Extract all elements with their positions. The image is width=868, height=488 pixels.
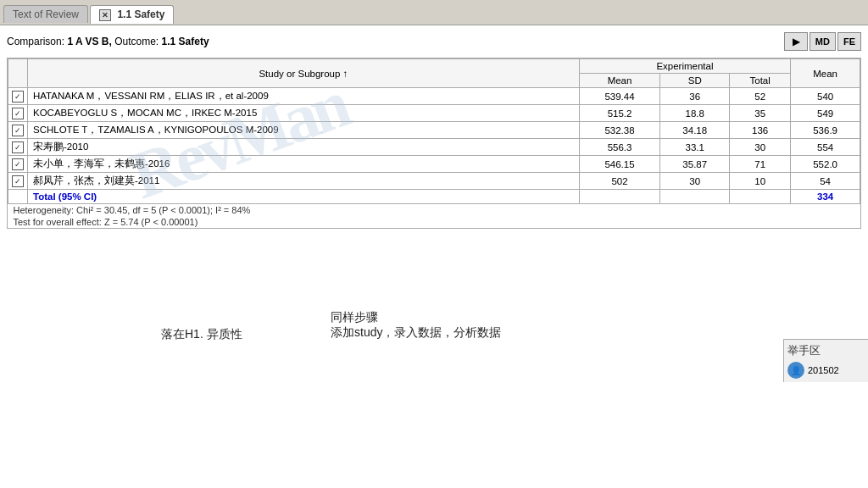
row-mean2-2: 536.9 <box>791 122 860 139</box>
row-mean2-4: 552.0 <box>791 156 860 173</box>
row-mean-3: 556.3 <box>579 139 660 156</box>
row-study-4: 未小单，李海军，未鹤惠-2016 <box>28 156 580 173</box>
export-button[interactable]: ▶ <box>784 32 808 51</box>
row-checkbox-1[interactable]: ✓ <box>8 105 28 122</box>
row-study-3: 宋寿鹏-2010 <box>28 139 580 156</box>
row-mean-0: 539.44 <box>579 88 660 105</box>
row-mean-1: 515.2 <box>579 105 660 122</box>
row-total-0: 52 <box>730 88 791 105</box>
user-code: 201502 <box>808 365 839 375</box>
sidebar-avatar: 👤 201502 <box>787 362 865 379</box>
comparison-title: Comparison: 1 A VS B, Outcome: 1.1 Safet… <box>7 36 209 47</box>
export-icon: ▶ <box>793 36 799 47</box>
col-experimental-header: Experimental <box>579 59 790 74</box>
row-study-2: SCHLOTE T，TZAMALIS A，KYNIGOPOULOS M-2009 <box>28 122 580 139</box>
col-checkbox-header <box>8 59 28 88</box>
tab-bar: Text of Review ✕ 1.1 Safety <box>0 0 868 25</box>
outcome-value: 1.1 Safety <box>162 36 209 47</box>
row-total-3: 30 <box>730 139 791 156</box>
row-study-5: 郝凤芹，张杰，刘建莫-2011 <box>28 173 580 190</box>
checkbox-icon-0: ✓ <box>12 91 24 103</box>
row-study-1: KOCABEYOGLU S，MOCAN MC，IRKEC M-2015 <box>28 105 580 122</box>
table-row: ✓ SCHLOTE T，TZAMALIS A，KYNIGOPOULOS M-20… <box>8 122 860 139</box>
table-row: ✓ 未小单，李海军，未鹤惠-2016 546.15 35.87 71 552.0 <box>8 156 860 173</box>
table-row: ✓ KOCABEYOGLU S，MOCAN MC，IRKEC M-2015 51… <box>8 105 860 122</box>
col-mean-right-header: Mean <box>791 59 860 88</box>
checkbox-icon-5: ✓ <box>12 175 24 187</box>
row-total-5: 10 <box>730 173 791 190</box>
tab-safety[interactable]: ✕ 1.1 Safety <box>90 5 174 24</box>
data-table-wrapper: Study or Subgroup ↑ Experimental Mean Me… <box>7 58 861 229</box>
table-row: ✓ HATANAKA M，VESSANI RM，ELIAS IR，et al-2… <box>8 88 860 105</box>
row-sd-2: 34.18 <box>660 122 730 139</box>
col-sd-header: SD <box>660 74 730 88</box>
row-mean-2: 532.38 <box>579 122 660 139</box>
total-label: Total (95% CI) <box>28 190 580 204</box>
col-study-header: Study or Subgroup ↑ <box>28 59 580 88</box>
content-area: Comparison: 1 A VS B, Outcome: 1.1 Safet… <box>0 25 868 488</box>
total-mean <box>579 190 660 204</box>
data-table: Study or Subgroup ↑ Experimental Mean Me… <box>8 58 860 228</box>
total-checkbox <box>8 190 28 204</box>
total-row: Total (95% CI) 334 <box>8 190 860 204</box>
fe-button[interactable]: FE <box>837 32 861 51</box>
comparison-header: Comparison: 1 A VS B, Outcome: 1.1 Safet… <box>7 32 861 51</box>
row-mean2-1: 549 <box>791 105 860 122</box>
total-total <box>730 190 791 204</box>
stats-row-0: Heterogeneity: Chi² = 30.45, df = 5 (P <… <box>8 204 860 217</box>
checkbox-icon-3: ✓ <box>12 141 24 153</box>
checkbox-icon-2: ✓ <box>12 125 24 136</box>
table-row: ✓ 郝凤芹，张杰，刘建莫-2011 502 30 10 54 <box>8 173 860 190</box>
checkbox-icon-1: ✓ <box>12 108 24 119</box>
tab-text-review-label: Text of Review <box>13 8 79 20</box>
row-sd-4: 35.87 <box>660 156 730 173</box>
comparison-value: 1 A VS B, <box>67 36 111 47</box>
tab-close-icon[interactable]: ✕ <box>99 9 111 21</box>
md-label: MD <box>815 36 830 47</box>
row-sd-5: 30 <box>660 173 730 190</box>
row-mean-4: 546.15 <box>579 156 660 173</box>
outcome-label: Outcome: <box>114 36 159 47</box>
sidebar-label: 举手区 <box>787 343 865 358</box>
avatar-icon: 👤 <box>787 362 804 379</box>
col-mean-header: Mean <box>579 74 660 88</box>
row-mean2-0: 540 <box>791 88 860 105</box>
row-sd-0: 36 <box>660 88 730 105</box>
stats-text-0: Heterogeneity: Chi² = 30.45, df = 5 (P <… <box>8 204 860 217</box>
row-mean2-5: 54 <box>791 173 860 190</box>
row-sd-3: 33.1 <box>660 139 730 156</box>
checkbox-icon-4: ✓ <box>12 158 24 170</box>
callout-steps: 同样步骤 添加study，录入数据，分析数据 <box>331 297 501 341</box>
row-mean-5: 502 <box>579 173 660 190</box>
row-total-1: 35 <box>730 105 791 122</box>
row-total-4: 71 <box>730 156 791 173</box>
callout-h1: 落在H1. 异质性 <box>161 313 242 342</box>
table-row: ✓ 宋寿鹏-2010 556.3 33.1 30 554 <box>8 139 860 156</box>
stats-text-1: Test for overall effect: Z = 5.74 (P < 0… <box>8 216 860 228</box>
row-checkbox-2[interactable]: ✓ <box>8 122 28 139</box>
fe-label: FE <box>843 36 855 47</box>
main-window: Text of Review ✕ 1.1 Safety Comparison: … <box>0 0 868 488</box>
row-mean2-3: 554 <box>791 139 860 156</box>
toolbar-buttons: ▶ MD FE <box>784 32 861 51</box>
stats-row-1: Test for overall effect: Z = 5.74 (P < 0… <box>8 216 860 228</box>
col-total-header: Total <box>730 74 791 88</box>
row-checkbox-3[interactable]: ✓ <box>8 139 28 156</box>
row-sd-1: 18.8 <box>660 105 730 122</box>
row-checkbox-0[interactable]: ✓ <box>8 88 28 105</box>
md-button[interactable]: MD <box>810 32 836 51</box>
total-mean2: 334 <box>791 190 860 204</box>
row-checkbox-4[interactable]: ✓ <box>8 156 28 173</box>
row-study-0: HATANAKA M，VESSANI RM，ELIAS IR，et al-200… <box>28 88 580 105</box>
row-checkbox-5[interactable]: ✓ <box>8 173 28 190</box>
comparison-label: Comparison: <box>7 36 64 47</box>
tab-safety-label: 1.1 Safety <box>117 8 164 20</box>
tab-text-review[interactable]: Text of Review <box>3 5 88 23</box>
row-total-2: 136 <box>730 122 791 139</box>
total-sd <box>660 190 730 204</box>
right-sidebar: 举手区 👤 201502 <box>783 339 868 382</box>
